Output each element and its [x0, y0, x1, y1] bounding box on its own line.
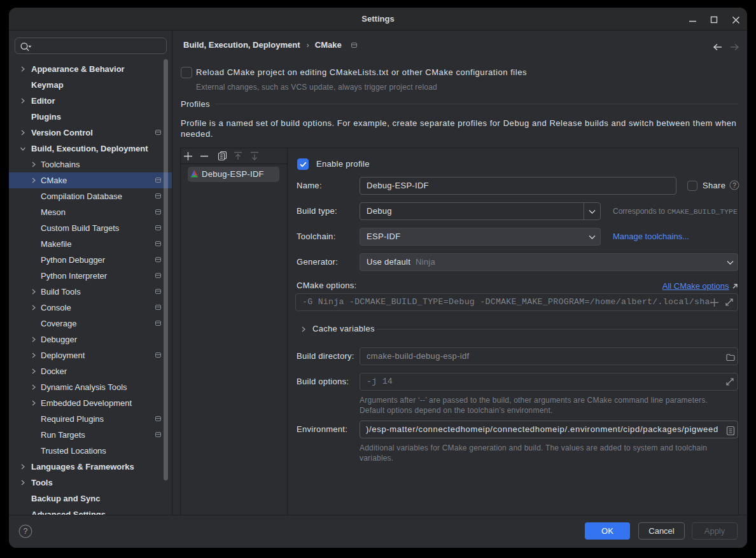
- svg-text:?: ?: [732, 182, 736, 189]
- svg-text:?: ?: [24, 527, 28, 536]
